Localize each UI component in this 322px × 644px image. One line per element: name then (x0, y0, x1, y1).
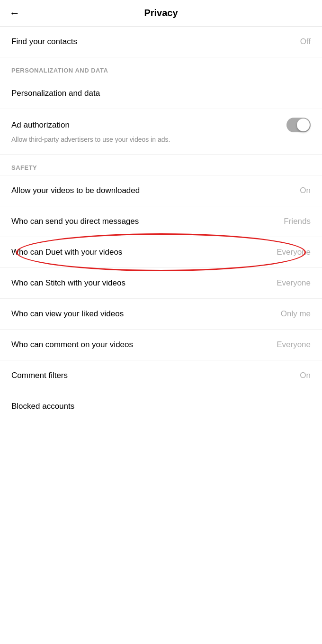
back-button[interactable]: ← (9, 7, 20, 19)
blocked-accounts-item[interactable]: Blocked accounts (0, 391, 322, 422)
ad-auth-label: Ad authorization (11, 120, 70, 130)
personalization-item[interactable]: Personalization and data (0, 78, 322, 109)
liked-videos-item[interactable]: Who can view your liked videos Only me (0, 299, 322, 330)
stitch-item[interactable]: Who can Stitch with your videos Everyone (0, 268, 322, 299)
duet-label: Who can Duet with your videos (11, 248, 122, 257)
direct-messages-value: Friends (284, 217, 311, 226)
direct-messages-item[interactable]: Who can send you direct messages Friends (0, 206, 322, 237)
downloads-item[interactable]: Allow your videos to be downloaded On (0, 175, 322, 206)
duet-item[interactable]: Who can Duet with your videos Everyone (0, 237, 322, 268)
liked-videos-label: Who can view your liked videos (11, 309, 124, 319)
settings-list: Find your contacts Off PERSONALIZATION A… (0, 27, 322, 422)
comment-item[interactable]: Who can comment on your videos Everyone (0, 330, 322, 360)
ad-authorization-item[interactable]: Ad authorization Allow third-party adver… (0, 109, 322, 155)
ad-auth-row: Ad authorization (11, 118, 311, 132)
stitch-label: Who can Stitch with your videos (11, 278, 125, 288)
comment-filters-value: On (300, 371, 311, 380)
direct-messages-label: Who can send you direct messages (11, 217, 139, 226)
personalization-section-header: PERSONALIZATION AND DATA (0, 57, 322, 78)
find-contacts-value: Off (300, 37, 311, 46)
page-title: Privacy (144, 8, 178, 18)
downloads-label: Allow your videos to be downloaded (11, 186, 140, 195)
ad-auth-toggle[interactable] (286, 118, 311, 132)
comment-filters-label: Comment filters (11, 371, 68, 380)
blocked-accounts-label: Blocked accounts (11, 402, 74, 411)
page-header: ← Privacy (0, 0, 322, 27)
downloads-value: On (300, 186, 311, 195)
liked-videos-value: Only me (281, 309, 311, 319)
comment-filters-item[interactable]: Comment filters On (0, 360, 322, 391)
safety-section-header: SAFETY (0, 155, 322, 175)
duet-value: Everyone (277, 248, 311, 257)
comment-value: Everyone (277, 340, 311, 350)
personalization-label: Personalization and data (11, 89, 100, 98)
comment-label: Who can comment on your videos (11, 340, 133, 350)
find-contacts-label: Find your contacts (11, 37, 77, 46)
duet-row-wrapper: Who can Duet with your videos Everyone (0, 237, 322, 268)
ad-auth-description: Allow third-party advertisers to use you… (11, 135, 311, 145)
toggle-thumb (297, 119, 310, 131)
find-contacts-item[interactable]: Find your contacts Off (0, 27, 322, 57)
stitch-value: Everyone (277, 278, 311, 288)
